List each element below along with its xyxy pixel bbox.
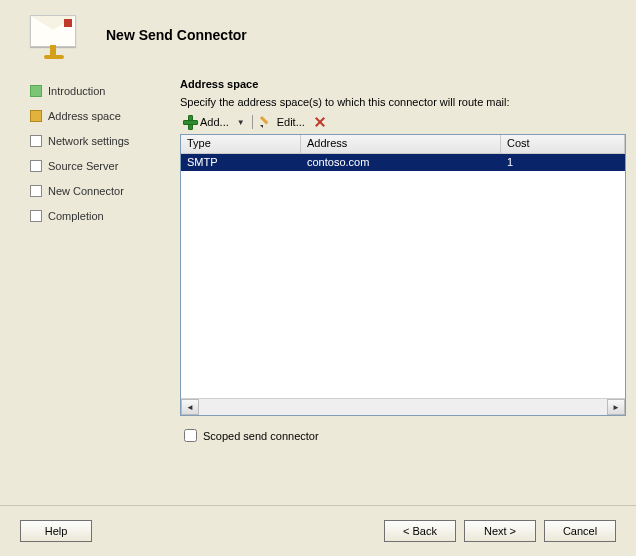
delete-button[interactable] xyxy=(310,113,330,131)
cell-cost: 1 xyxy=(501,154,625,171)
next-button[interactable]: Next > xyxy=(464,520,536,542)
toolbar: Add... ▼ Edit... xyxy=(180,112,626,132)
page-heading: Address space xyxy=(180,78,626,90)
footer: Help < Back Next > Cancel xyxy=(0,505,636,542)
nav-item-introduction[interactable]: Introduction xyxy=(30,80,180,102)
status-current-icon xyxy=(30,110,42,122)
cell-address: contoso.com xyxy=(301,154,501,171)
connector-icon xyxy=(30,15,78,55)
page-content: Address space Specify the address space(… xyxy=(180,70,626,490)
list-row[interactable]: SMTP contoso.com 1 xyxy=(181,154,625,171)
status-pending-icon xyxy=(30,210,42,222)
edit-label: Edit... xyxy=(277,116,305,128)
list-header: Type Address Cost xyxy=(181,135,625,154)
help-button[interactable]: Help xyxy=(20,520,92,542)
wizard-window: New Send Connector Introduction Address … xyxy=(0,0,636,556)
add-label: Add... xyxy=(200,116,229,128)
plus-icon xyxy=(183,115,197,129)
header: New Send Connector xyxy=(0,0,636,70)
cancel-button[interactable]: Cancel xyxy=(544,520,616,542)
status-pending-icon xyxy=(30,135,42,147)
nav-label: Introduction xyxy=(48,85,105,97)
scroll-right-button[interactable]: ► xyxy=(607,399,625,415)
column-header-cost[interactable]: Cost xyxy=(501,135,625,153)
nav-item-completion[interactable]: Completion xyxy=(30,205,180,227)
page-instruction: Specify the address space(s) to which th… xyxy=(180,96,626,108)
column-header-type[interactable]: Type xyxy=(181,135,301,153)
column-header-address[interactable]: Address xyxy=(301,135,501,153)
nav-item-network-settings[interactable]: Network settings xyxy=(30,130,180,152)
scoped-label: Scoped send connector xyxy=(203,430,319,442)
back-button[interactable]: < Back xyxy=(384,520,456,542)
scoped-send-connector-checkbox[interactable]: Scoped send connector xyxy=(180,426,626,445)
delete-icon xyxy=(313,115,327,129)
nav-item-source-server[interactable]: Source Server xyxy=(30,155,180,177)
edit-button[interactable]: Edit... xyxy=(257,113,308,131)
nav-item-new-connector[interactable]: New Connector xyxy=(30,180,180,202)
horizontal-scrollbar[interactable]: ◄ ► xyxy=(181,398,625,415)
nav-item-address-space[interactable]: Address space xyxy=(30,105,180,127)
status-pending-icon xyxy=(30,160,42,172)
nav-label: Completion xyxy=(48,210,104,222)
toolbar-separator xyxy=(252,115,253,129)
cell-type: SMTP xyxy=(181,154,301,171)
scroll-left-button[interactable]: ◄ xyxy=(181,399,199,415)
status-done-icon xyxy=(30,85,42,97)
pencil-icon xyxy=(260,115,274,129)
add-dropdown-arrow[interactable]: ▼ xyxy=(234,118,248,127)
add-button[interactable]: Add... xyxy=(180,113,232,131)
address-space-list[interactable]: Type Address Cost SMTP contoso.com 1 ◄ ► xyxy=(180,134,626,416)
wizard-nav: Introduction Address space Network setti… xyxy=(30,70,180,490)
nav-label: Address space xyxy=(48,110,121,122)
status-pending-icon xyxy=(30,185,42,197)
nav-label: Network settings xyxy=(48,135,129,147)
nav-label: Source Server xyxy=(48,160,118,172)
wizard-title: New Send Connector xyxy=(106,27,247,43)
scoped-checkbox-input[interactable] xyxy=(184,429,197,442)
scroll-track[interactable] xyxy=(199,399,607,415)
nav-label: New Connector xyxy=(48,185,124,197)
